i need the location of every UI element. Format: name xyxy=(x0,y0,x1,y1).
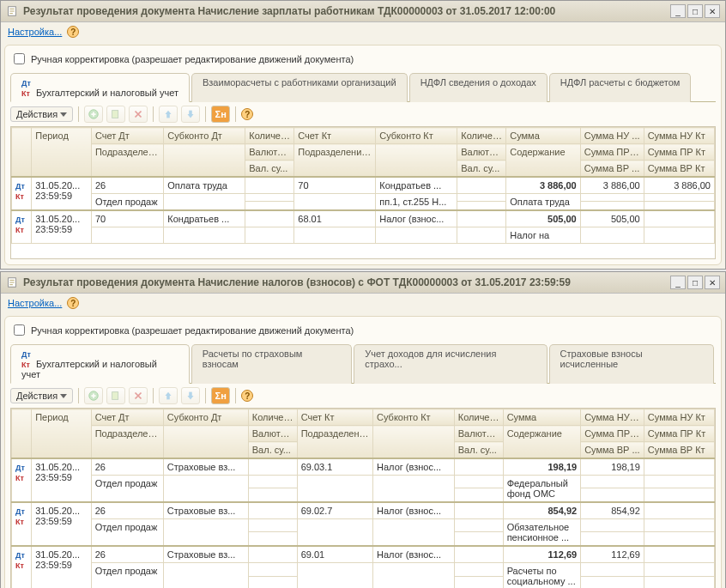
tab-ndfl-income[interactable]: НДФЛ сведения о доходах xyxy=(409,73,548,102)
col-summa[interactable]: Сумма xyxy=(503,409,581,426)
table-row[interactable]: Отдел продажФедеральный фонд ОМС xyxy=(12,476,715,488)
manual-edit-checkbox[interactable] xyxy=(14,53,25,64)
col-summa-pr-kt[interactable]: Сумма ПР Кт xyxy=(644,144,714,161)
tab-income-accounting[interactable]: Учет доходов для исчисления страхо... xyxy=(354,344,547,384)
col-summa-vr-dt[interactable]: Сумма ВР ... xyxy=(580,161,644,178)
close-button[interactable]: ✕ xyxy=(705,276,720,289)
col-subkonto-kt[interactable]: Субконто Кт xyxy=(373,409,455,426)
table-row[interactable]: Отдел продажОбязательное пенсионное ... xyxy=(12,519,715,532)
cell-date: 31.05.20... xyxy=(35,180,80,191)
col-valsum-kt[interactable]: Вал. су... xyxy=(454,442,503,459)
sum-button[interactable]: Σн xyxy=(211,106,230,123)
settings-link[interactable]: Настройка... xyxy=(8,298,62,308)
tab-accounting[interactable]: ДтКт Бухгалтерский и налоговый учет xyxy=(10,73,190,102)
cell-date: 31.05.20... xyxy=(35,214,80,224)
col-summa-vr-kt[interactable]: Сумма ВР Кт xyxy=(644,442,714,459)
col-valuta-dt[interactable]: Валюта ... xyxy=(248,426,297,442)
maximize-button[interactable]: □ xyxy=(687,276,703,289)
col-subkonto-dt[interactable]: Субконто Дт xyxy=(163,409,248,426)
col-icon[interactable] xyxy=(12,409,32,459)
col-podrazd-kt[interactable]: Подразделение Кт xyxy=(297,426,372,459)
cell-nu-dt: 505,00 xyxy=(580,210,644,227)
tab-insurance-assessed[interactable]: Страховые взносы исчисленные xyxy=(549,344,714,384)
table-row[interactable]: ДтКт31.05.20...23:59:5926Страховые вз...… xyxy=(12,546,715,563)
table-row[interactable]: ДтКт 31.05.20...23:59:59 70 Кондратьев .… xyxy=(12,210,715,227)
header-row-2: Подразделение Дт Валюта ... Подразделени… xyxy=(12,144,715,161)
col-kolich-kt[interactable]: Количес... xyxy=(457,128,506,144)
table-row[interactable]: ДтКт31.05.20...23:59:5926Страховые вз...… xyxy=(12,502,715,519)
col-icon[interactable] xyxy=(12,128,32,178)
col-kolich-dt[interactable]: Количес... xyxy=(245,128,294,144)
grid-wrap[interactable]: Период Счет Дт Субконто Дт Количес... Сч… xyxy=(10,408,716,588)
col-summa-nu-kt[interactable]: Сумма НУ Кт xyxy=(644,128,714,144)
col-period[interactable]: Период xyxy=(32,128,92,178)
col-schet-dt[interactable]: Счет Дт xyxy=(91,409,163,426)
col-valuta-dt[interactable]: Валюта ... xyxy=(245,144,294,161)
table-row[interactable]: ДтКт31.05.20...23:59:5926Страховые вз...… xyxy=(12,458,715,476)
dtkt-icon: ДтКт xyxy=(15,182,25,201)
cell-sum: 505,00 xyxy=(506,210,581,227)
table-row[interactable]: Отдел продажРасчеты по социальному ... xyxy=(12,563,715,577)
col-schet-dt[interactable]: Счет Дт xyxy=(91,128,163,144)
col-soderzh[interactable]: Содержание xyxy=(506,144,581,178)
titlebar: Результат проведения документа Начислени… xyxy=(1,272,725,294)
sum-button[interactable]: Σн xyxy=(211,387,230,404)
cell-date: 31.05.20... xyxy=(35,462,80,472)
tab-insurance-calc[interactable]: Расчеты по страховым взносам xyxy=(191,344,353,384)
col-podrazd-dt[interactable]: Подразделение Дт xyxy=(91,144,163,178)
actions-dropdown[interactable]: Действия xyxy=(10,106,73,122)
col-summa-pr-kt[interactable]: Сумма ПР Кт xyxy=(644,426,714,442)
cell-kt: 70 xyxy=(294,177,376,194)
cell-sub-kt: Кондратьев ... xyxy=(376,177,457,194)
help-icon[interactable]: ? xyxy=(67,26,79,38)
col-valuta-kt[interactable]: Валюта ... xyxy=(457,144,506,161)
col-valsum-dt[interactable]: Вал. су... xyxy=(245,161,294,178)
col-kolich-dt[interactable]: Количес... xyxy=(248,409,297,426)
document-icon xyxy=(6,276,18,288)
table-row[interactable]: ДтКт 31.05.20...23:59:59 26 Оплата труда… xyxy=(12,177,715,194)
col-summa-nu-kt[interactable]: Сумма НУ Кт xyxy=(644,409,714,426)
cell-podrazd-dt: Отдел продаж xyxy=(91,563,163,589)
col-summa-pr-dt[interactable]: Сумма ПР ... xyxy=(581,426,644,442)
cell-podrazd-dt: Отдел продаж xyxy=(91,476,163,503)
manual-edit-checkbox[interactable] xyxy=(14,324,25,336)
minimize-button[interactable]: _ xyxy=(670,4,686,18)
help-icon[interactable]: ? xyxy=(67,297,79,309)
close-button[interactable]: ✕ xyxy=(705,4,720,18)
settings-link[interactable]: Настройка... xyxy=(8,27,62,37)
grid-toolbar: Действия Σн ? xyxy=(10,102,716,126)
window-title: Результат проведения документа Начислени… xyxy=(23,276,670,288)
col-summa[interactable]: Сумма xyxy=(506,128,581,144)
col-subkonto-dt[interactable]: Субконто Дт xyxy=(164,128,245,144)
col-subkonto-kt[interactable]: Субконто Кт xyxy=(376,128,457,144)
col-schet-kt[interactable]: Счет Кт xyxy=(297,409,372,426)
tab-ndfl-budget[interactable]: НДФЛ расчеты с бюджетом xyxy=(549,73,692,102)
col-summa-pr-dt[interactable]: Сумма ПР ... xyxy=(580,144,644,161)
grid-wrap[interactable]: Период Счет Дт Субконто Дт Количес... Сч… xyxy=(10,126,716,259)
col-summa-vr-kt[interactable]: Сумма ВР Кт xyxy=(644,161,714,178)
col-schet-kt[interactable]: Счет Кт xyxy=(294,128,376,144)
actions-dropdown[interactable]: Действия xyxy=(10,388,73,403)
col-summa-nu-dt[interactable]: Сумма НУ ... xyxy=(580,128,644,144)
col-valsum-dt[interactable]: Вал. су... xyxy=(248,442,297,459)
table-row[interactable]: Отдел продаж пп.1, ст.255 Н... Оплата тр… xyxy=(12,194,715,202)
minimize-button[interactable]: _ xyxy=(670,276,686,289)
col-valuta-kt[interactable]: Валюта ... xyxy=(454,426,503,442)
col-podrazd[interactable]: Подразделение Дт xyxy=(91,426,163,459)
table-row[interactable]: Налог на xyxy=(12,227,715,244)
svg-rect-4 xyxy=(189,111,192,114)
col-summa-nu-dt[interactable]: Сумма НУ ... xyxy=(581,409,644,426)
cell-nu-dt: 198,19 xyxy=(581,458,644,476)
col-kolich-kt[interactable]: Количес... xyxy=(454,409,503,426)
tab-settlements[interactable]: Взаиморасчеты с работниками организаций xyxy=(191,73,408,102)
col-podrazd-kt[interactable]: Подразделение Кт xyxy=(294,144,376,178)
col-summa-vr-dt[interactable]: Сумма ВР ... xyxy=(581,442,644,459)
help-icon[interactable]: ? xyxy=(241,108,253,120)
col-period[interactable]: Период xyxy=(32,409,91,459)
col-soderzh[interactable]: Содержание xyxy=(503,426,581,459)
col-valsum-kt[interactable]: Вал. су... xyxy=(457,161,506,178)
help-icon[interactable]: ? xyxy=(241,390,253,402)
cell-podrazd-dt: Отдел продаж xyxy=(91,519,163,547)
maximize-button[interactable]: □ xyxy=(687,4,703,18)
tab-accounting[interactable]: ДтКт Бухгалтерский и налоговый учет xyxy=(10,344,190,384)
